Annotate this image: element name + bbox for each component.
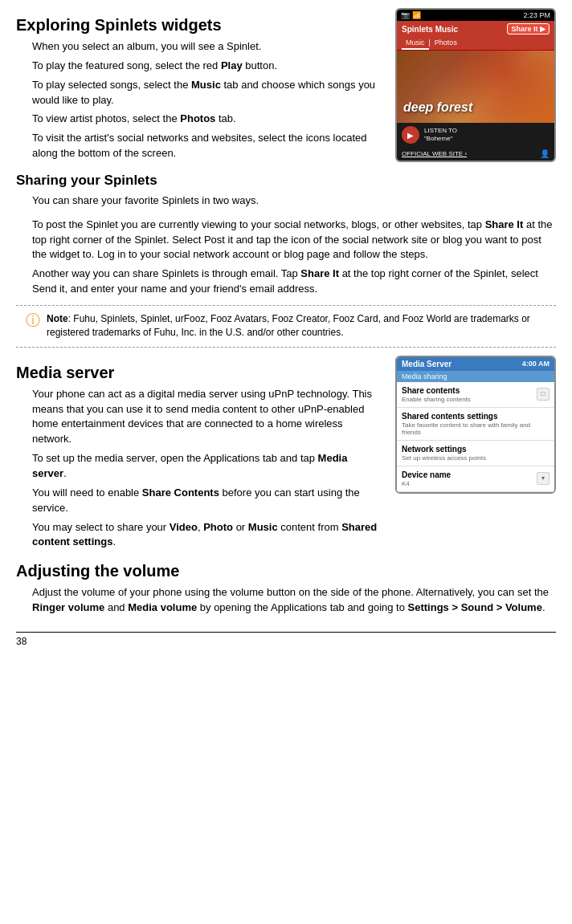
ms-item-device-name[interactable]: Device name K4 ▾	[397, 466, 554, 492]
spinlets-app-title: Spinlets Music	[402, 25, 458, 34]
para-7: To post the Spinlet you are currently vi…	[32, 218, 556, 263]
media-server-phone-screen: Media Server 4:00 AM Media sharing Share…	[395, 356, 556, 494]
para-9: Your phone can act as a digital media se…	[32, 387, 384, 447]
spinlets-music-tab[interactable]: Music	[402, 37, 429, 50]
spinlets-photos-tab[interactable]: Photos	[431, 37, 461, 50]
status-icons: 📷 📶	[401, 11, 421, 19]
ms-header-bar: Media Server 4:00 AM	[397, 357, 554, 371]
para-1: When you select an album, you will see a…	[32, 39, 384, 55]
adjusting-volume-section: Adjusting the volume Adjust the volume o…	[16, 562, 556, 616]
sharing-title: Sharing your Spinlets	[16, 173, 384, 189]
ms-time-display: 4:00 AM	[522, 360, 550, 368]
para-2: To play the featured song, select the re…	[32, 59, 384, 74]
note-icon: ⓘ	[26, 311, 40, 340]
para-8: Another way you can share Spinlets is th…	[32, 267, 556, 297]
spinlets-phone-image: 📷 📶 2:23 PM Spinlets Music Share It ▶ Mu…	[395, 8, 556, 213]
exploring-section: Exploring Spinlets widgets When you sele…	[16, 8, 556, 348]
status-bar: 📷 📶 2:23 PM	[397, 10, 554, 21]
ms-share-contents-icon: □	[537, 388, 550, 401]
page-number: 38	[16, 636, 27, 647]
ms-item-network-settings[interactable]: Network settings Set up wireless access …	[397, 441, 554, 466]
ms-subtitle: Media sharing	[397, 371, 554, 382]
ms-app-title: Media Server	[402, 360, 451, 368]
adjusting-title: Adjusting the volume	[16, 562, 556, 580]
spinlets-share-button[interactable]: Share It ▶	[507, 23, 550, 35]
spinlets-play-button[interactable]: ▶	[402, 126, 419, 144]
spinlets-album-art: deep forest	[397, 51, 554, 123]
spinlets-title-bar: Spinlets Music Share It ▶	[397, 21, 554, 37]
para-13: Adjust the volume of your phone using th…	[32, 585, 556, 616]
para-10: To set up the media server, open the App…	[32, 451, 384, 482]
para-5: To visit the artist's social networks an…	[32, 131, 384, 161]
spinlets-phone-screen: 📷 📶 2:23 PM Spinlets Music Share It ▶ Mu…	[395, 8, 556, 162]
exploring-title: Exploring Spinlets widgets	[16, 16, 384, 35]
time-display: 2:23 PM	[523, 11, 550, 19]
page-number-bar: 38	[16, 632, 556, 647]
para-6: You can share your favorite Spinlets in …	[32, 193, 384, 209]
spinlets-bottom-share-icon[interactable]: 👤	[540, 149, 550, 158]
album-name: deep forest	[403, 100, 472, 115]
media-server-text: Media server Your phone can act as a dig…	[16, 356, 384, 554]
note-text: Note: Fuhu, Spinlets, Spinlet, urFooz, F…	[47, 312, 546, 340]
note-box: ⓘ Note: Fuhu, Spinlets, Spinlet, urFooz,…	[16, 305, 556, 348]
ms-item-shared-settings[interactable]: Shared contents settings Take favorite c…	[397, 408, 554, 441]
para-4: To view artist photos, select the Photos…	[32, 112, 384, 127]
para-12: You may select to share your Video, Phot…	[32, 520, 384, 551]
spinlets-official-link[interactable]: OFFICIAL WEB SITE ›	[402, 150, 467, 157]
media-server-phone-image: Media Server 4:00 AM Media sharing Share…	[395, 356, 556, 554]
spinlets-play-section: ▶ LISTEN TO "Boheme"	[397, 123, 554, 147]
para-11: You will need to enable Share Contents b…	[32, 486, 384, 516]
para-3: To play selected songs, select the Music…	[32, 78, 384, 108]
exploring-text: Exploring Spinlets widgets When you sele…	[16, 8, 384, 213]
spinlets-tabs: Music | Photos	[397, 37, 554, 51]
media-server-title: Media server	[16, 364, 384, 382]
ms-device-name-dropdown-icon[interactable]: ▾	[537, 472, 550, 485]
spinlets-bottom-bar: OFFICIAL WEB SITE › 👤	[397, 147, 554, 161]
media-server-section: Media server Your phone can act as a dig…	[16, 356, 556, 554]
ms-item-share-contents[interactable]: Share contents Enable sharing contents □	[397, 382, 554, 408]
spinlets-listen-text: LISTEN TO "Boheme"	[424, 127, 457, 144]
